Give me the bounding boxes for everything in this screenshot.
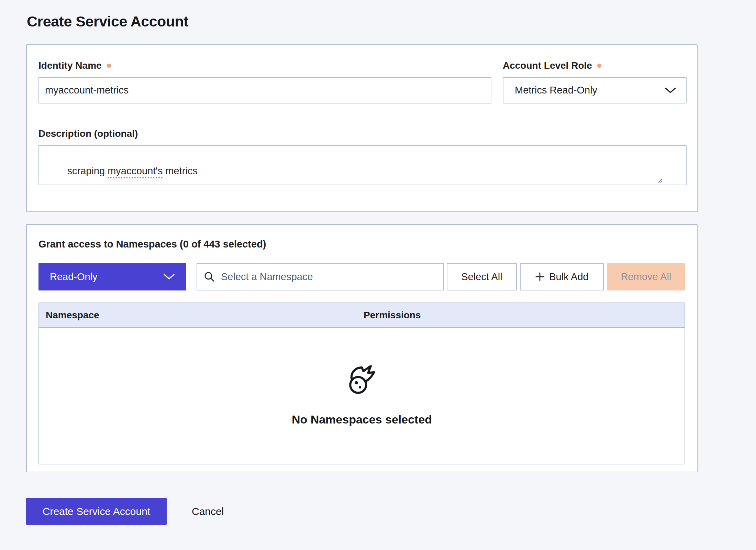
namespaces-table-body: No Namespaces selected: [39, 328, 685, 464]
namespaces-table-header: Namespace Permissions: [39, 303, 685, 328]
permission-role-value: Read-Only: [50, 271, 98, 283]
namespaces-table: Namespace Permissions No Namespaces sele…: [38, 302, 685, 464]
description-textarea[interactable]: scraping myaccount's metrics: [38, 145, 687, 185]
identity-name-input[interactable]: [38, 77, 491, 103]
description-label-row: Description (optional): [38, 128, 685, 139]
bulk-add-button[interactable]: Bulk Add: [520, 263, 604, 290]
chevron-down-icon: [665, 87, 676, 94]
namespace-search-box: [197, 263, 444, 290]
bulk-add-label: Bulk Add: [549, 271, 588, 283]
identity-panel: Identity Name Account Level Role Metrics…: [26, 44, 698, 212]
description-field: Description (optional) scraping myaccoun…: [38, 128, 685, 185]
create-service-account-button[interactable]: Create Service Account: [26, 498, 167, 525]
footer-actions: Create Service Account Cancel: [26, 498, 756, 525]
comet-icon: [346, 365, 378, 397]
search-icon: [204, 271, 215, 283]
account-level-role-value: Metrics Read-Only: [515, 85, 597, 96]
chevron-down-icon: [163, 273, 175, 280]
namespace-column-header: Namespace: [46, 310, 364, 321]
page-title: Create Service Account: [27, 13, 756, 30]
account-level-role-label-row: Account Level Role: [503, 60, 687, 71]
identity-field-row: Identity Name Account Level Role Metrics…: [38, 60, 685, 103]
namespaces-panel: Grant access to Namespaces (0 of 443 sel…: [26, 224, 698, 472]
empty-state-message: No Namespaces selected: [292, 413, 432, 426]
identity-name-label-row: Identity Name: [38, 60, 491, 71]
cancel-button[interactable]: Cancel: [190, 505, 226, 518]
account-level-role-select[interactable]: Metrics Read-Only: [503, 77, 687, 103]
select-all-button[interactable]: Select All: [447, 263, 517, 290]
description-text: metrics: [163, 165, 198, 176]
remove-all-button[interactable]: Remove All: [607, 263, 685, 290]
account-level-role-field: Account Level Role Metrics Read-Only: [503, 60, 687, 103]
description-text: scraping: [67, 165, 108, 176]
remove-all-label: Remove All: [621, 271, 671, 283]
identity-name-field: Identity Name: [38, 60, 491, 103]
required-dot-icon: [107, 64, 111, 68]
namespace-search-input[interactable]: [220, 271, 437, 283]
select-all-label: Select All: [461, 271, 502, 283]
description-text-misspelled: myaccount's: [108, 165, 163, 176]
namespaces-heading: Grant access to Namespaces (0 of 443 sel…: [38, 239, 685, 250]
permissions-column-header: Permissions: [364, 310, 678, 321]
description-label: Description (optional): [38, 128, 138, 139]
plus-icon: [535, 272, 545, 282]
permission-role-dropdown[interactable]: Read-Only: [38, 263, 186, 290]
account-level-role-label: Account Level Role: [503, 60, 592, 71]
create-service-account-page: Create Service Account Identity Name Acc…: [0, 0, 756, 550]
textarea-resize-handle-icon[interactable]: [657, 177, 685, 184]
identity-name-label: Identity Name: [38, 60, 102, 71]
namespaces-controls-row: Read-Only Select All: [38, 263, 685, 290]
required-dot-icon: [597, 64, 601, 68]
